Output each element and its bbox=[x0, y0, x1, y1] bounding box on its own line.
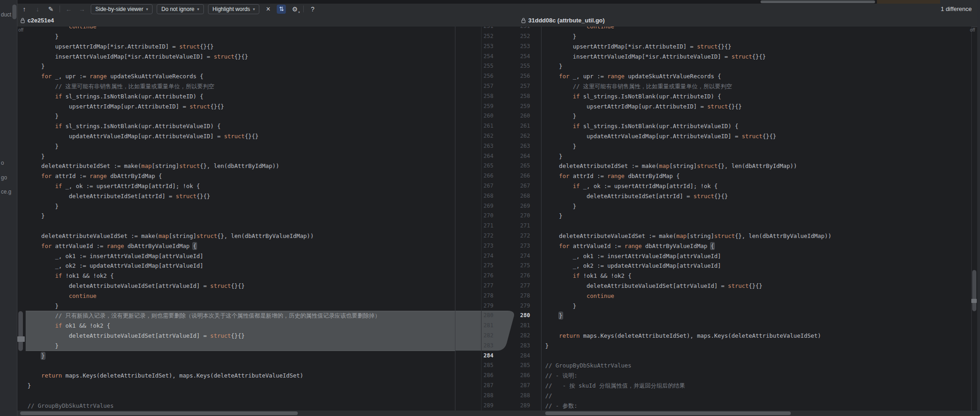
code-line[interactable]: for _, upr := range updateSkuAttrValueRe… bbox=[27, 71, 455, 81]
code-line[interactable]: } bbox=[27, 211, 455, 221]
code-line[interactable]: deleteAttributeIdSet := make(map[string]… bbox=[27, 161, 455, 171]
code-line[interactable]: continue bbox=[27, 27, 455, 32]
help-button[interactable]: ? bbox=[308, 5, 317, 14]
code-line[interactable]: deleteAttributeIdSet[attrId] = struct{}{… bbox=[27, 191, 455, 201]
background-scrollbar-thumb[interactable] bbox=[12, 5, 16, 19]
code-line[interactable]: // GroupByDbSkuAttrValues bbox=[545, 361, 971, 371]
code-line[interactable]: // - 参数: bbox=[545, 401, 971, 411]
code-line[interactable]: upsertAttrIdMap[*isr.AttributeID] = stru… bbox=[545, 42, 971, 52]
code-line[interactable]: if !ok1 && !ok2 { bbox=[27, 271, 455, 281]
code-line[interactable]: } bbox=[545, 311, 971, 321]
code-line[interactable]: upsertAttrIdMap[*isr.AttributeID] = stru… bbox=[27, 42, 455, 52]
code-line[interactable] bbox=[27, 391, 455, 401]
code-line[interactable]: } bbox=[545, 151, 971, 162]
code-line[interactable]: } bbox=[545, 211, 971, 221]
code-line[interactable]: updateAttrValueIdMap[upr.AttributeValueI… bbox=[545, 131, 971, 141]
code-line[interactable]: deleteAttributeValueIdSet[attrValueId] =… bbox=[545, 281, 971, 291]
code-line[interactable]: _, ok1 := insertAttrValueIdMap[attrValue… bbox=[545, 251, 971, 261]
code-line[interactable]: } bbox=[27, 32, 455, 42]
code-line[interactable]: // GroupByDbSkuAttrValues bbox=[27, 401, 455, 411]
forward-button[interactable]: → bbox=[77, 5, 87, 14]
code-line[interactable]: _, ok2 := updateAttrValueIdMap[attrValue… bbox=[27, 261, 455, 271]
previous-difference-button[interactable]: ↑ bbox=[20, 5, 29, 14]
code-line[interactable]: } bbox=[27, 381, 455, 391]
right-editor[interactable]: continue } upsertAttrIdMap[*isr.Attribut… bbox=[541, 27, 971, 411]
viewer-mode-dropdown[interactable]: Side-by-side viewer ▾ bbox=[91, 4, 153, 14]
code-line[interactable]: } bbox=[27, 301, 455, 311]
synchronize-scrolling-toggle[interactable]: ⇅ bbox=[277, 5, 286, 14]
code-line[interactable]: } bbox=[27, 351, 455, 361]
whitespace-ignore-dropdown[interactable]: Do not ignore ▾ bbox=[157, 4, 204, 14]
code-line[interactable]: continue bbox=[545, 27, 971, 32]
collapse-button[interactable]: × bbox=[263, 5, 273, 14]
next-difference-button[interactable]: ↓ bbox=[33, 5, 42, 14]
code-line[interactable]: } bbox=[545, 201, 971, 211]
code-line[interactable]: deleteAttributeValueIdSet := make(map[st… bbox=[545, 231, 971, 241]
code-line[interactable] bbox=[545, 351, 971, 361]
left-editor[interactable]: continue } upsertAttrIdMap[*isr.Attribut… bbox=[17, 27, 455, 411]
settings-button[interactable]: ⚙ ▾ bbox=[290, 5, 299, 14]
code-line[interactable]: for attrId := range dbAttrByIdMap { bbox=[27, 171, 455, 181]
code-line[interactable]: } bbox=[27, 61, 455, 71]
code-line[interactable] bbox=[545, 321, 971, 331]
code-line[interactable]: for _, upr := range updateSkuAttrValueRe… bbox=[545, 71, 971, 81]
code-line[interactable]: if _, ok := upsertAttrIdMap[attrId]; !ok… bbox=[545, 181, 971, 191]
code-line[interactable]: if ok1 && !ok2 { bbox=[27, 321, 455, 331]
code-line[interactable] bbox=[545, 221, 971, 231]
code-line[interactable]: } bbox=[545, 301, 971, 311]
code-line[interactable]: for attrId := range dbAttrByIdMap { bbox=[545, 171, 971, 181]
code-line[interactable]: deleteAttributeIdSet[attrId] = struct{}{… bbox=[545, 191, 971, 201]
code-line[interactable]: } bbox=[27, 201, 455, 211]
code-line[interactable] bbox=[27, 361, 455, 371]
code-line[interactable]: for attrValueId := range dbAttrByValueId… bbox=[27, 241, 455, 251]
code-line[interactable]: } bbox=[545, 32, 971, 42]
code-line[interactable]: if sl_strings.IsNotBlank(upr.AttributeID… bbox=[27, 92, 455, 102]
code-line[interactable]: // - 说明: bbox=[545, 371, 971, 381]
code-line[interactable]: // - 按 skuId 分组属性值，并返回分组后的结果 bbox=[545, 381, 971, 391]
code-line[interactable]: } bbox=[27, 341, 455, 351]
edit-source-button[interactable]: ✎ bbox=[46, 5, 55, 14]
code-line[interactable]: } bbox=[545, 341, 971, 351]
code-line[interactable]: } bbox=[545, 141, 971, 151]
code-line[interactable]: if sl_strings.IsNotBlank(upr.AttributeVa… bbox=[545, 121, 971, 131]
code-line[interactable]: deleteAttributeValueIdSet := make(map[st… bbox=[27, 231, 455, 241]
code-line[interactable]: if sl_strings.IsNotBlank(upr.AttributeID… bbox=[545, 92, 971, 102]
code-line[interactable]: } bbox=[27, 151, 455, 162]
code-line[interactable]: _, ok2 := updateAttrValueIdMap[attrValue… bbox=[545, 261, 971, 271]
code-line[interactable]: _, ok1 := insertAttrValueIdMap[attrValue… bbox=[27, 251, 455, 261]
back-button[interactable]: ← bbox=[64, 5, 73, 14]
code-line[interactable]: deleteAttributeIdSet := make(map[string]… bbox=[545, 161, 971, 171]
code-line[interactable]: if _, ok := upsertAttrIdMap[attrId]; !ok… bbox=[27, 181, 455, 191]
code-line[interactable]: insertAttrValueIdMap[*isr.AttributeValue… bbox=[545, 52, 971, 62]
code-line[interactable]: } bbox=[545, 111, 971, 121]
left-line-number: 262 bbox=[476, 131, 493, 141]
highlight-mode-dropdown[interactable]: Highlight words ▾ bbox=[208, 4, 260, 14]
right-hscrollbar-thumb[interactable] bbox=[545, 411, 791, 415]
code-line[interactable]: } bbox=[27, 111, 455, 121]
code-line[interactable]: upsertAttrIdMap[upr.AttributeID] = struc… bbox=[27, 102, 455, 112]
code-line[interactable]: // 这里可能有非销售属性，比如重量或重量单位，所以要判空 bbox=[545, 81, 971, 92]
code-line[interactable]: upsertAttrIdMap[upr.AttributeID] = struc… bbox=[545, 102, 971, 112]
code-line[interactable]: } bbox=[27, 141, 455, 151]
code-line[interactable]: if sl_strings.IsNotBlank(upr.AttributeVa… bbox=[27, 121, 455, 131]
code-line[interactable]: return maps.Keys(deleteAttributeIdSet), … bbox=[545, 331, 971, 341]
code-line[interactable]: for attrValueId := range dbAttrByValueId… bbox=[545, 241, 971, 251]
background-hscrollbar-thumb[interactable] bbox=[761, 0, 875, 3]
code-line[interactable]: updateAttrValueIdMap[upr.AttributeValueI… bbox=[27, 131, 455, 141]
code-line[interactable]: deleteAttributeValueIdSet[attrValueId] =… bbox=[27, 281, 455, 291]
right-vscrollbar-thumb[interactable] bbox=[972, 270, 976, 311]
code-line[interactable] bbox=[27, 221, 455, 231]
code-line[interactable]: if !ok1 && !ok2 { bbox=[545, 271, 971, 281]
code-line[interactable]: // bbox=[545, 391, 971, 401]
left-vscrollbar-thumb[interactable] bbox=[18, 311, 23, 351]
code-line[interactable]: // 只有新插入记录，没有更新记录，则也需要删除（说明本次关于这个属性值都是新增… bbox=[27, 311, 455, 321]
left-hscrollbar-thumb[interactable] bbox=[20, 411, 298, 415]
code-line[interactable]: // 这里可能有非销售属性，比如重量或重量单位，所以要判空 bbox=[27, 81, 455, 92]
code-line[interactable]: } bbox=[545, 61, 971, 71]
code-line[interactable]: continue bbox=[27, 291, 455, 301]
hscrollbar-track[interactable] bbox=[17, 411, 977, 416]
code-line[interactable]: insertAttrValueIdMap[*isr.AttributeValue… bbox=[27, 52, 455, 62]
code-line[interactable]: continue bbox=[545, 291, 971, 301]
code-line[interactable]: return maps.Keys(deleteAttributeIdSet), … bbox=[27, 371, 455, 381]
code-line[interactable]: deleteAttributeValueIdSet[attrValueId] =… bbox=[27, 331, 455, 341]
